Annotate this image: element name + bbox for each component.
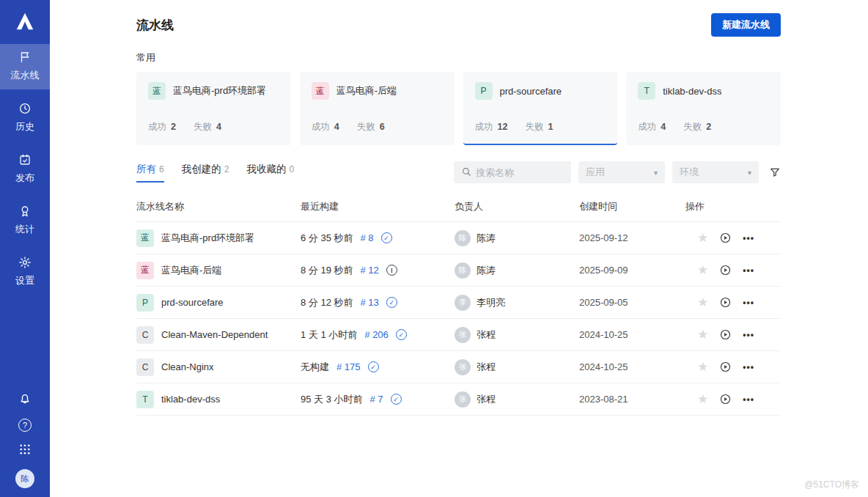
- pipeline-card[interactable]: P prd-sourcefare 成功12 失败1: [463, 72, 618, 145]
- more-actions-icon[interactable]: •••: [743, 330, 754, 340]
- owner-avatar: 张: [455, 327, 471, 343]
- more-actions-icon[interactable]: •••: [743, 362, 754, 372]
- pipeline-name[interactable]: tiklab-dev-dss: [161, 394, 220, 405]
- main-content: 流水线 新建流水线 常用 蓝 蓝鸟电商-prd环境部署 成功2 失败4 蓝 蓝鸟…: [50, 0, 868, 497]
- chevron-down-icon: ▾: [748, 169, 751, 177]
- table-row[interactable]: C Clean-Maven-Dependent 1 天 1 小时前 # 206 …: [136, 319, 781, 351]
- pipeline-badge: 蓝: [136, 262, 154, 279]
- frequent-cards: 蓝 蓝鸟电商-prd环境部署 成功2 失败4 蓝 蓝鸟电商-后端 成功4 失败6: [136, 72, 781, 145]
- build-number-link[interactable]: # 8: [361, 232, 374, 243]
- search-icon: [461, 166, 471, 179]
- tab-favorites[interactable]: 我收藏的 0: [246, 163, 294, 183]
- new-pipeline-button[interactable]: 新建流水线: [711, 13, 781, 37]
- run-pipeline-icon[interactable]: [719, 232, 732, 244]
- sidebar-item-stats[interactable]: 统计: [0, 198, 50, 243]
- build-status-icon: ✓: [396, 329, 407, 340]
- more-actions-icon[interactable]: •••: [743, 265, 754, 276]
- owner-name: 张程: [477, 361, 496, 374]
- filter-icon[interactable]: [769, 166, 781, 178]
- build-status-icon: ✓: [368, 361, 379, 372]
- col-header-name: 流水线名称: [136, 200, 301, 213]
- favorite-star-icon[interactable]: ★: [697, 328, 708, 341]
- favorite-star-icon[interactable]: ★: [697, 232, 708, 244]
- run-pipeline-icon[interactable]: [719, 264, 732, 276]
- owner-name: 张程: [477, 328, 496, 342]
- run-pipeline-icon[interactable]: [719, 361, 732, 373]
- pipeline-badge: T: [638, 82, 655, 100]
- pipeline-badge: P: [475, 82, 493, 100]
- build-number-link[interactable]: # 13: [361, 297, 379, 308]
- more-actions-icon[interactable]: •••: [743, 394, 754, 405]
- table-row[interactable]: P prd-sourcefare 8 分 12 秒前 # 13 ✓ 李 李明亮 …: [136, 287, 781, 319]
- list-toolbar: 所有 6 我创建的 2 我收藏的 0: [136, 161, 781, 183]
- sidebar-item-pipeline[interactable]: 流水线: [0, 44, 50, 89]
- more-actions-icon[interactable]: •••: [743, 298, 754, 308]
- build-number-link[interactable]: # 206: [364, 329, 389, 340]
- favorite-star-icon[interactable]: ★: [697, 361, 708, 373]
- card-pipeline-name: tiklab-dev-dss: [663, 86, 721, 97]
- table-row[interactable]: C Clean-Nginx 无构建 # 175 ✓ 张 张程 2024-10-2…: [136, 351, 781, 383]
- build-time: 1 天 1 小时前: [301, 328, 357, 342]
- run-pipeline-icon[interactable]: [719, 393, 732, 405]
- page-header: 流水线 新建流水线: [136, 0, 781, 37]
- owner-avatar: 陈: [455, 230, 471, 246]
- fail-stat: 失败4: [194, 121, 221, 133]
- table-row[interactable]: 蓝 蓝鸟电商-prd环境部署 6 分 35 秒前 # 8 ✓ 陈 陈涛 2025…: [136, 222, 781, 254]
- env-select[interactable]: 环境 ▾: [672, 161, 759, 183]
- pipeline-name[interactable]: Clean-Nginx: [161, 361, 214, 372]
- table-row[interactable]: 蓝 蓝鸟电商-后端 8 分 19 秒前 # 12 ! 陈 陈涛 2025-09-…: [136, 254, 781, 287]
- build-number-link[interactable]: # 7: [370, 394, 383, 405]
- pipeline-card[interactable]: T tiklab-dev-dss 成功4 失败2: [626, 72, 781, 145]
- pipeline-name[interactable]: prd-sourcefare: [161, 297, 224, 308]
- table-header: 流水线名称 最近构建 负责人 创建时间 操作: [136, 192, 781, 222]
- watermark: @51CTO博客: [804, 479, 859, 491]
- pipeline-table: 流水线名称 最近构建 负责人 创建时间 操作 蓝 蓝鸟电商-prd环境部署 6 …: [136, 192, 781, 416]
- pipeline-name[interactable]: 蓝鸟电商-后端: [161, 264, 221, 277]
- sidebar-item-history[interactable]: 历史: [0, 95, 50, 141]
- user-avatar[interactable]: 陈: [15, 469, 34, 488]
- chevron-down-icon: ▾: [654, 169, 658, 177]
- sidebar: 流水线 历史 发布 统计: [0, 0, 50, 497]
- calendar-check-icon: [18, 153, 32, 169]
- sidebar-item-settings[interactable]: 设置: [0, 249, 50, 295]
- run-pipeline-icon[interactable]: [719, 296, 732, 309]
- owner-avatar: 张: [455, 359, 471, 375]
- owner-name: 张程: [477, 393, 496, 406]
- pipeline-card[interactable]: 蓝 蓝鸟电商-后端 成功4 失败6: [300, 72, 455, 145]
- success-stat: 成功4: [638, 121, 666, 133]
- pipeline-name[interactable]: Clean-Maven-Dependent: [161, 329, 268, 340]
- fail-stat: 失败6: [357, 121, 385, 133]
- tab-all[interactable]: 所有 6: [136, 163, 164, 183]
- favorite-star-icon[interactable]: ★: [697, 296, 708, 309]
- build-number-link[interactable]: # 12: [361, 265, 379, 276]
- tab-created-by-me[interactable]: 我创建的 2: [182, 163, 229, 183]
- table-row[interactable]: T tiklab-dev-dss 95 天 3 小时前 # 7 ✓ 张 张程 2…: [136, 383, 781, 416]
- build-time: 95 天 3 小时前: [301, 393, 363, 406]
- search-input[interactable]: [476, 167, 564, 178]
- created-date: 2025-09-12: [579, 232, 685, 243]
- owner-name: 陈涛: [477, 232, 496, 245]
- sidebar-item-label: 流水线: [11, 69, 40, 82]
- build-status-icon: ✓: [381, 232, 392, 243]
- award-icon: [18, 205, 32, 220]
- help-icon[interactable]: ?: [18, 419, 32, 432]
- run-pipeline-icon[interactable]: [719, 328, 732, 341]
- list-tabs: 所有 6 我创建的 2 我收藏的 0: [136, 163, 294, 183]
- bell-icon[interactable]: [18, 392, 32, 408]
- pipeline-name[interactable]: 蓝鸟电商-prd环境部署: [161, 232, 254, 245]
- pipeline-card[interactable]: 蓝 蓝鸟电商-prd环境部署 成功2 失败4: [136, 72, 291, 145]
- search-box: [454, 161, 571, 183]
- tab-label: 所有: [136, 163, 156, 176]
- created-date: 2024-10-25: [579, 361, 685, 372]
- build-number-link[interactable]: # 175: [336, 361, 361, 372]
- card-pipeline-name: 蓝鸟电商-prd环境部署: [173, 84, 266, 97]
- sidebar-item-release[interactable]: 发布: [0, 147, 50, 192]
- pipeline-badge: T: [136, 391, 154, 408]
- tab-count: 0: [289, 164, 294, 174]
- created-date: 2025-09-05: [579, 297, 685, 308]
- more-actions-icon[interactable]: •••: [743, 233, 754, 243]
- favorite-star-icon[interactable]: ★: [697, 393, 708, 405]
- app-select[interactable]: 应用 ▾: [578, 161, 665, 183]
- apps-grid-icon[interactable]: [18, 443, 32, 458]
- favorite-star-icon[interactable]: ★: [697, 264, 708, 276]
